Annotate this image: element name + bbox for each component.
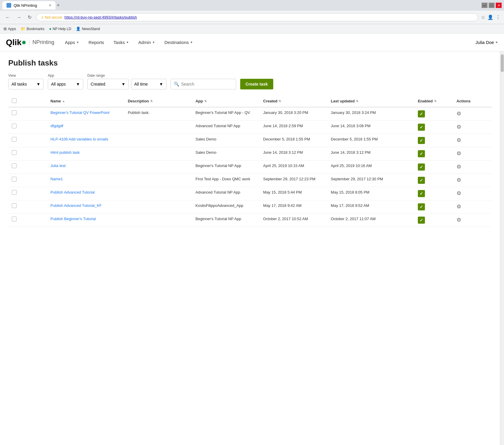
enabled-checkbox-4[interactable]: ✓ [418, 163, 425, 171]
enabled-checkbox-6[interactable]: ✓ [418, 190, 425, 197]
enabled-checkbox-1[interactable]: ✓ [418, 124, 425, 131]
nav-item-reports[interactable]: Reports [84, 34, 109, 51]
row-checkbox-3[interactable] [12, 150, 17, 155]
view-filter-select[interactable]: All tasks ▼ [8, 79, 44, 89]
browser-tab[interactable]: Qlik NPrinting × [2, 1, 55, 9]
user-menu[interactable]: Julia Doe ▼ [476, 40, 498, 45]
gear-icon-1[interactable]: ⚙ [456, 124, 461, 130]
select-all-header[interactable] [8, 95, 47, 107]
task-name-link-4[interactable]: Julia test [50, 163, 66, 168]
row-checkbox-cell-6[interactable] [8, 187, 47, 200]
row-checkbox-1[interactable] [12, 124, 17, 128]
profile-icon[interactable]: 👤 [487, 14, 493, 20]
forward-button[interactable]: → [15, 14, 23, 21]
gear-icon-2[interactable]: ⚙ [456, 137, 461, 143]
refresh-button[interactable]: ↻ [26, 14, 33, 21]
task-name-link-2[interactable]: HLP-4106 Add variables to emails [50, 137, 108, 141]
task-enabled-cell-8[interactable]: ✓ [414, 214, 453, 227]
task-enabled-cell-7[interactable]: ✓ [414, 200, 453, 214]
gear-icon-4[interactable]: ⚙ [456, 164, 461, 170]
bookmark-bookmarks[interactable]: 📁 Bookmarks [21, 27, 44, 31]
row-checkbox-0[interactable] [12, 110, 17, 115]
row-checkbox-cell-8[interactable] [8, 214, 47, 227]
daterange-type-select[interactable]: Created ▼ [87, 79, 129, 89]
task-actions-cell-5: ⚙ [453, 174, 492, 187]
row-checkbox-cell-3[interactable] [8, 147, 47, 161]
task-name-link-0[interactable]: Beginner's Tutorial QV PowerPoint [50, 110, 109, 115]
gear-icon-5[interactable]: ⚙ [456, 177, 461, 183]
browser-titlebar: Qlik NPrinting × + — □ ✕ [0, 0, 504, 11]
gear-icon-6[interactable]: ⚙ [456, 190, 461, 196]
back-button[interactable]: ← [4, 14, 12, 21]
enabled-checkbox-5[interactable]: ✓ [418, 177, 425, 184]
bookmark-apps[interactable]: ⊞ Apps [4, 27, 16, 31]
gear-icon-3[interactable]: ⚙ [456, 150, 461, 156]
row-checkbox-2[interactable] [12, 137, 17, 142]
enabled-checkbox-2[interactable]: ✓ [418, 137, 425, 144]
row-checkbox-cell-2[interactable] [8, 134, 47, 147]
row-checkbox-5[interactable] [12, 177, 17, 181]
enabled-checkbox-3[interactable]: ✓ [418, 150, 425, 157]
gear-icon-7[interactable]: ⚙ [456, 204, 461, 210]
row-checkbox-4[interactable] [12, 163, 17, 168]
menu-icon[interactable]: ⋮ [496, 14, 500, 20]
search-box[interactable]: 🔍 [171, 79, 236, 89]
bookmark-newsstand[interactable]: 👤 NewsStand [76, 27, 100, 31]
task-name-cell-2: HLP-4106 Add variables to emails [47, 134, 124, 147]
task-name-link-6[interactable]: Publish Advanced Tutorial [50, 190, 95, 194]
task-enabled-cell-3[interactable]: ✓ [414, 147, 453, 161]
task-name-link-5[interactable]: Name1 [50, 177, 63, 181]
created-column-header[interactable]: Created ⇅ [260, 95, 327, 107]
search-input[interactable] [181, 82, 233, 86]
task-name-link-1[interactable]: dfgdgdf [50, 124, 63, 128]
row-checkbox-cell-5[interactable] [8, 174, 47, 187]
task-enabled-cell-5[interactable]: ✓ [414, 174, 453, 187]
gear-icon-8[interactable]: ⚙ [456, 217, 461, 223]
maximize-button[interactable]: □ [489, 3, 495, 8]
bookmark-star-icon[interactable]: ☆ [481, 14, 485, 20]
gear-icon-0[interactable]: ⚙ [456, 111, 461, 117]
enabled-checkbox-7[interactable]: ✓ [418, 203, 425, 210]
row-checkbox-7[interactable] [12, 203, 17, 208]
enabled-column-header[interactable]: Enabled ⇅ [414, 95, 453, 107]
row-checkbox-cell-4[interactable] [8, 161, 47, 174]
updated-sort-icon: ⇅ [356, 100, 358, 103]
description-column-header[interactable]: Description ⇅ [124, 95, 192, 107]
task-enabled-cell-6[interactable]: ✓ [414, 187, 453, 200]
daterange-time-select[interactable]: All time ▼ [131, 79, 166, 89]
select-all-checkbox[interactable] [12, 98, 17, 103]
app-column-header[interactable]: App ⇅ [192, 95, 259, 107]
nav-item-apps[interactable]: Apps ▼ [60, 34, 84, 51]
new-tab-button[interactable]: + [57, 2, 60, 9]
address-bar[interactable]: ⚠ Not secure https://rd-buy-np-sept:4993… [36, 13, 478, 21]
name-column-header[interactable]: Name ▲ [47, 95, 124, 107]
window-controls: — □ ✕ [482, 3, 502, 8]
app-filter-select[interactable]: All apps ▼ [48, 79, 83, 89]
minimize-button[interactable]: — [482, 3, 487, 8]
row-checkbox-cell-1[interactable] [8, 121, 47, 134]
task-enabled-cell-4[interactable]: ✓ [414, 161, 453, 174]
row-checkbox-cell-0[interactable] [8, 107, 47, 121]
tab-close-button[interactable]: × [49, 3, 51, 8]
task-enabled-cell-0[interactable]: ✓ [414, 107, 453, 121]
create-task-button[interactable]: Create task [240, 79, 273, 89]
row-checkbox-cell-7[interactable] [8, 200, 47, 214]
task-name-link-8[interactable]: Publish Beginner's Tutorial [50, 217, 96, 221]
task-enabled-cell-2[interactable]: ✓ [414, 134, 453, 147]
close-button[interactable]: ✕ [496, 3, 502, 8]
nav-item-tasks[interactable]: Tasks ▼ [109, 34, 134, 51]
last-updated-column-header[interactable]: Last updated ⇅ [327, 95, 414, 107]
task-enabled-cell-1[interactable]: ✓ [414, 121, 453, 134]
row-checkbox-6[interactable] [12, 190, 17, 195]
scrollbar[interactable] [500, 51, 504, 445]
bookmark-np-help[interactable]: ● NP Help LD [49, 27, 71, 31]
enabled-checkbox-0[interactable]: ✓ [418, 110, 425, 117]
nav-item-admin[interactable]: Admin ▼ [134, 34, 160, 51]
task-updated-cell-3: June 14, 2018 3:12 PM [327, 147, 414, 161]
task-name-link-3[interactable]: Html publish task [50, 150, 80, 155]
enabled-checkbox-8[interactable]: ✓ [418, 217, 425, 224]
nav-item-destinations[interactable]: Destinations ▼ [160, 34, 197, 51]
row-checkbox-8[interactable] [12, 217, 17, 221]
task-name-link-7[interactable]: Publish Advanced Tutorial_KF [50, 203, 102, 208]
scrollbar-thumb[interactable] [501, 54, 504, 72]
